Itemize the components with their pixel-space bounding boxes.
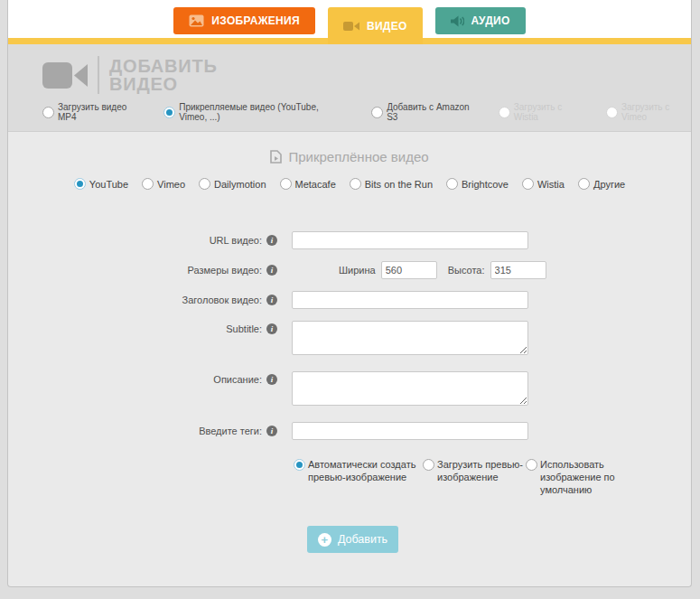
source-option-label: Добавить с Amazon S3 bbox=[387, 102, 475, 122]
preview-option-default[interactable]: Использовать изображение по умолчанию bbox=[526, 458, 625, 496]
source-option-label: Загрузить с Wistia bbox=[514, 102, 583, 122]
source-option-amazon-s3[interactable]: Добавить с Amazon S3 bbox=[371, 102, 475, 122]
provider-label: Другие bbox=[593, 179, 625, 190]
provider-vimeo[interactable]: Vimeo bbox=[142, 178, 185, 190]
title-label-text: Заголовок видео: bbox=[182, 295, 262, 305]
title-row: Заголовок видео: i bbox=[8, 291, 691, 309]
radio-icon bbox=[163, 107, 175, 118]
tags-row: Введите теги: i bbox=[8, 422, 691, 440]
description-label: Описание: i bbox=[8, 371, 277, 385]
page-title-line1: ДОБАВИТЬ bbox=[109, 57, 218, 75]
tab-images[interactable]: ИЗОБРАЖЕНИЯ bbox=[173, 7, 315, 34]
provider-label: Metacafe bbox=[295, 179, 336, 190]
subtitle-label-text: Subtitle: bbox=[226, 323, 262, 334]
info-icon[interactable]: i bbox=[266, 295, 277, 305]
source-option-embedded-video[interactable]: Прикрепляемые видео (YouTube, Vimeo, ...… bbox=[163, 102, 348, 122]
preview-option-label: Автоматически создать превью-изображение bbox=[308, 458, 423, 483]
radio-icon bbox=[606, 107, 618, 118]
radio-icon bbox=[350, 178, 361, 190]
description-row: Описание: i bbox=[8, 371, 691, 406]
description-textarea[interactable] bbox=[292, 371, 528, 406]
provider-wistia[interactable]: Wistia bbox=[522, 178, 565, 190]
url-input[interactable] bbox=[292, 231, 528, 249]
subtitle-row: Subtitle: i bbox=[8, 321, 691, 355]
source-option-label: Загрузить с Vimeo bbox=[621, 102, 691, 122]
tab-video-label: ВИДЕО bbox=[367, 20, 407, 33]
title-input[interactable] bbox=[292, 291, 528, 309]
radio-icon bbox=[280, 178, 292, 190]
size-row: Размеры видео: i Ширина Высота: bbox=[8, 261, 691, 279]
attached-video-icon bbox=[270, 150, 282, 164]
video-source-options: Загрузить видео MP4 Прикрепляемые видео … bbox=[42, 102, 691, 122]
provider-label: Vimeo bbox=[157, 179, 185, 190]
height-input[interactable] bbox=[490, 261, 546, 279]
radio-icon bbox=[199, 178, 210, 190]
tab-images-label: ИЗОБРАЖЕНИЯ bbox=[211, 14, 300, 27]
brand: ДОБАВИТЬ ВИДЕО bbox=[42, 54, 691, 96]
source-option-upload-mp4[interactable]: Загрузить видео MP4 bbox=[42, 102, 140, 122]
add-video-header: ДОБАВИТЬ ВИДЕО Загрузить видео MP4 Прикр… bbox=[8, 44, 691, 132]
tags-label-text: Введите теги: bbox=[199, 426, 262, 436]
provider-other[interactable]: Другие bbox=[578, 178, 625, 190]
radio-icon bbox=[142, 178, 154, 190]
tags-input[interactable] bbox=[292, 422, 528, 440]
info-icon[interactable]: i bbox=[266, 426, 277, 436]
subtitle-textarea[interactable] bbox=[292, 321, 528, 355]
radio-icon bbox=[42, 107, 54, 118]
tab-audio[interactable]: АУДИО bbox=[435, 7, 526, 34]
tab-audio-label: АУДИО bbox=[471, 14, 510, 27]
tab-video[interactable]: ВИДЕО bbox=[328, 7, 423, 44]
add-button-label: Добавить bbox=[338, 533, 387, 546]
video-form: URL видео: i Размеры видео: i Ширина Выс… bbox=[8, 231, 691, 440]
provider-label: Bits on the Run bbox=[365, 179, 433, 190]
url-row: URL видео: i bbox=[8, 231, 691, 249]
source-option-wistia: Загрузить с Wistia bbox=[499, 102, 583, 122]
radio-icon bbox=[74, 178, 86, 190]
radio-icon bbox=[446, 178, 458, 190]
subtitle-label: Subtitle: i bbox=[8, 321, 277, 334]
radio-icon bbox=[423, 459, 434, 471]
size-label-text: Размеры видео: bbox=[188, 265, 262, 276]
section-title-label: Прикреплённое видео bbox=[288, 149, 428, 164]
preview-option-label: Загрузить превью-изображение bbox=[437, 458, 526, 483]
radio-icon bbox=[499, 107, 510, 118]
height-label: Высота: bbox=[448, 265, 485, 276]
url-label: URL видео: i bbox=[8, 235, 277, 246]
radio-icon bbox=[371, 107, 383, 118]
radio-icon bbox=[294, 459, 305, 471]
radio-icon bbox=[526, 459, 537, 471]
url-label-text: URL видео: bbox=[210, 235, 262, 246]
preview-option-auto[interactable]: Автоматически создать превью-изображение bbox=[294, 458, 423, 496]
width-input[interactable] bbox=[381, 261, 437, 279]
image-icon bbox=[189, 14, 204, 27]
provider-brightcove[interactable]: Brightcove bbox=[446, 178, 509, 190]
info-icon[interactable]: i bbox=[266, 323, 277, 334]
video-camera-icon bbox=[343, 21, 359, 32]
provider-bits-on-the-run[interactable]: Bits on the Run bbox=[350, 178, 433, 190]
plus-icon: + bbox=[318, 533, 331, 547]
source-option-vimeo: Загрузить с Vimeo bbox=[606, 102, 691, 122]
provider-metacafe[interactable]: Metacafe bbox=[280, 178, 336, 190]
source-option-label: Прикрепляемые видео (YouTube, Vimeo, ...… bbox=[179, 102, 348, 122]
page-title-line2: ВИДЕО bbox=[109, 75, 218, 93]
info-icon[interactable]: i bbox=[266, 265, 277, 276]
provider-label: Dailymotion bbox=[214, 179, 266, 190]
preview-option-upload[interactable]: Загрузить превью-изображение bbox=[423, 458, 526, 496]
radio-icon bbox=[578, 178, 590, 190]
preview-options: Автоматически создать превью-изображение… bbox=[294, 458, 691, 496]
description-label-text: Описание: bbox=[213, 374, 262, 385]
preview-option-label: Использовать изображение по умолчанию bbox=[540, 458, 625, 496]
page-title: ДОБАВИТЬ ВИДЕО bbox=[109, 57, 218, 93]
media-widget-panel: ИЗОБРАЖЕНИЯ ВИДЕО АУДИО bbox=[7, 0, 692, 587]
source-option-label: Загрузить видео MP4 bbox=[58, 102, 140, 122]
info-icon[interactable]: i bbox=[266, 235, 277, 246]
audio-speaker-icon bbox=[451, 15, 464, 27]
add-button[interactable]: + Добавить bbox=[307, 526, 398, 553]
width-label: Ширина bbox=[339, 265, 376, 276]
provider-dailymotion[interactable]: Dailymotion bbox=[199, 178, 266, 190]
media-type-tabbar: ИЗОБРАЖЕНИЯ ВИДЕО АУДИО bbox=[8, 0, 691, 38]
provider-youtube[interactable]: YouTube bbox=[74, 178, 128, 190]
info-icon[interactable]: i bbox=[266, 374, 277, 385]
size-label: Размеры видео: i bbox=[8, 265, 277, 276]
tags-label: Введите теги: i bbox=[8, 426, 277, 436]
